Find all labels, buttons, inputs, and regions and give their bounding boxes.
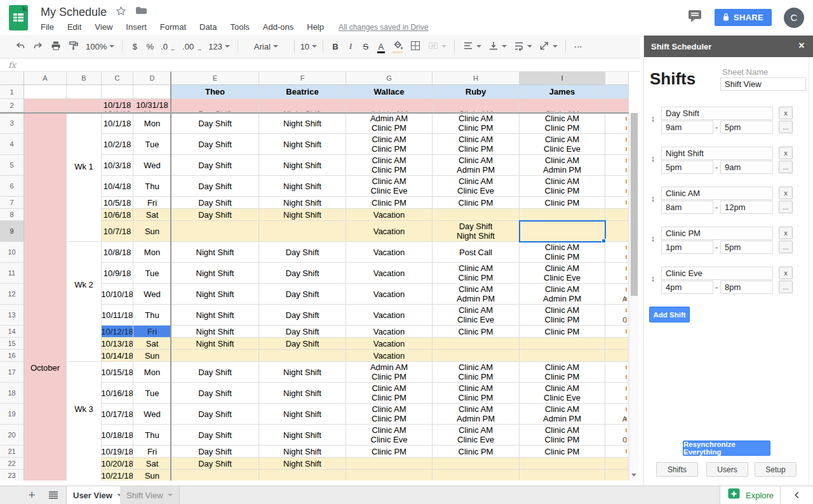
cell-E18[interactable]: Day Shift [171,383,259,404]
cell-C5[interactable]: 10/3/18 [102,155,133,176]
cell-G13[interactable]: Vacation [346,305,433,326]
cell-E13[interactable]: Night Shift [171,305,259,326]
format-currency-button[interactable]: $ [127,38,142,55]
cell-E20[interactable]: Day Shift [171,425,259,446]
shift-start-input[interactable] [661,241,713,254]
row-header-1[interactable]: 1 [0,85,24,99]
scroll-down-arrow[interactable] [631,474,636,477]
menu-data[interactable]: Data [199,22,217,32]
column-header-D[interactable]: D [133,72,171,85]
cell-C14[interactable]: 10/12/18 [102,326,133,338]
cell-D15[interactable]: Sat [133,338,171,350]
cell-H5[interactable]: Clinic AMAdmin PM [433,155,520,176]
cell-I22[interactable] [520,458,605,470]
column-header-B[interactable]: B [67,72,102,85]
cell-E1[interactable]: Theo [171,85,259,99]
cell-A16[interactable] [24,350,67,362]
cell-I1[interactable]: James [520,85,605,99]
cell-B6[interactable] [67,176,102,197]
cell-G11[interactable]: Vacation [346,263,433,284]
all-sheets-menu-icon[interactable] [44,486,62,504]
star-icon[interactable] [116,6,126,19]
cell-B4[interactable] [67,134,102,155]
row-header-2[interactable]: 2 [0,99,24,112]
print-button[interactable] [47,38,65,55]
delete-shift-button[interactable]: x [779,187,793,199]
text-color-button[interactable]: A [373,38,389,55]
cell-D4[interactable]: Tue [133,134,171,155]
cell-C22[interactable]: 10/20/18 [102,458,133,470]
cell-I5[interactable]: Clinic AMAdmin PM [520,155,605,176]
cell-H3[interactable]: Clinic AMClinic PM [433,113,520,134]
column-header-F[interactable]: F [259,72,346,85]
shift-name-input[interactable] [661,227,773,240]
cell-E19[interactable]: Day Shift [171,404,259,425]
cell-A9[interactable] [24,221,67,242]
delete-shift-button[interactable]: x [779,227,793,239]
cell-F12[interactable]: Day Shift [259,284,346,305]
shift-name-input[interactable] [661,187,773,200]
sheets-logo-icon[interactable] [9,5,28,33]
row-header-21[interactable]: 21 [0,446,24,458]
cell-E6[interactable]: Day Shift [171,176,259,197]
cell-G20[interactable]: Clinic AMClinic Eve [346,425,433,446]
shift-more-options-button[interactable]: ... [779,161,793,173]
row-header-3[interactable]: 3 [0,113,24,134]
horizontal-align-button[interactable] [459,38,485,55]
column-header-H[interactable]: H [433,72,520,85]
shift-name-input[interactable] [661,107,773,120]
column-header-G[interactable]: G [346,72,433,85]
cell-G12[interactable]: Vacation [346,284,433,305]
undo-button[interactable] [11,38,29,55]
cell-D8[interactable]: Sat [133,209,171,221]
cell-G8[interactable]: Vacation [346,209,433,221]
cell-I19[interactable]: Clinic AMAdmin PM [520,404,605,425]
cell-D1[interactable] [133,85,171,99]
redo-button[interactable] [29,38,47,55]
cell-A21[interactable] [24,446,67,458]
cell-C20[interactable]: 10/18/18 [102,425,133,446]
share-button[interactable]: SHARE [715,9,772,26]
cell-H2[interactable]: Clinic AM [433,99,520,112]
sheet-name-input[interactable] [720,77,806,91]
cell-B9[interactable] [67,221,102,242]
cell-F22[interactable]: Night Shift [259,458,346,470]
cell-E14[interactable]: Night Shift [171,326,259,338]
cell-B14[interactable] [67,326,102,338]
cell-A1[interactable] [24,85,67,99]
cell-B22[interactable] [67,458,102,470]
hide-panel-button[interactable] [780,486,813,504]
cell-A13[interactable] [24,305,67,326]
italic-button[interactable]: I [343,38,358,55]
delete-shift-button[interactable]: x [779,267,793,279]
cell-I17[interactable]: Clinic AMClinic PM [520,362,605,383]
row-header-13[interactable]: 13 [0,305,24,326]
cell-F8[interactable]: Night Shift [259,209,346,221]
cell-D7[interactable]: Fri [133,197,171,209]
cell-D2[interactable]: 10/31/18Mon [133,99,171,112]
tab-menu-caret-icon[interactable] [168,494,173,496]
cell-D23[interactable]: Sun [133,470,171,481]
cell-A6[interactable] [24,176,67,197]
cell-D22[interactable]: Sat [133,458,171,470]
zoom-select[interactable]: 100% [83,38,118,55]
cell-E7[interactable]: Day Shift [171,197,259,209]
cell-G4[interactable]: Clinic AMClinic PM [346,134,433,155]
font-size-select[interactable]: 10 [299,38,318,55]
merge-cells-button[interactable] [424,38,450,55]
cell-H17[interactable]: Clinic AMClinic PM [433,362,520,383]
cell-D9[interactable]: Sun [133,221,171,242]
cell-I11[interactable]: Clinic AMClinic Eve [520,263,605,284]
cell-E5[interactable]: Day Shift [171,155,259,176]
cell-F20[interactable]: Night Shift [259,425,346,446]
cell-F14[interactable]: Day Shift [259,326,346,338]
cell-J19[interactable]: A [605,404,629,425]
text-rotation-button[interactable] [535,38,561,55]
drag-handle-icon[interactable]: ↕ [648,114,657,123]
cell-C11[interactable]: 10/9/18 [102,263,133,284]
cell-A4[interactable] [24,134,67,155]
save-status[interactable]: All changes saved in Drive [339,23,428,32]
cell-I23[interactable] [520,470,605,481]
drag-handle-icon[interactable]: ↕ [648,194,657,203]
delete-shift-button[interactable]: x [779,147,793,159]
